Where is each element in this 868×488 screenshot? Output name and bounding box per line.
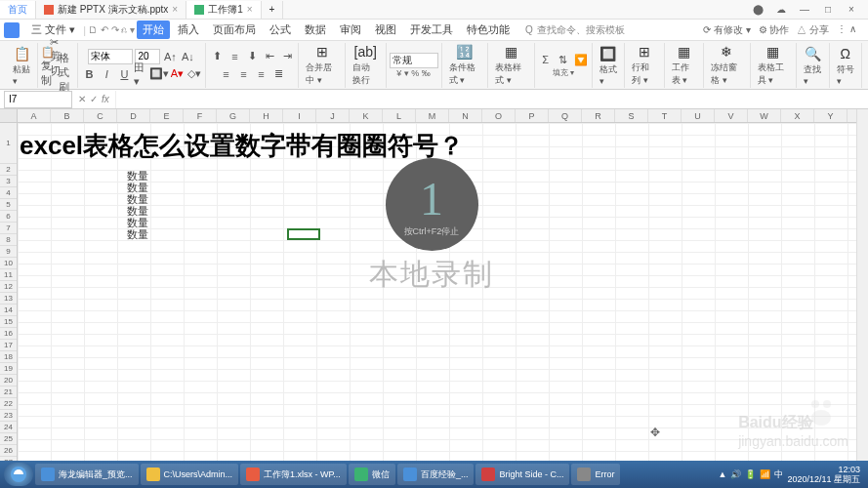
sync-status[interactable]: ⟳ 有修改 ▾ <box>703 23 751 37</box>
tab-pptx[interactable]: 新建 PPTX 演示文稿.pptx × <box>36 1 186 19</box>
tab-workbook[interactable]: 工作簿1 × <box>186 1 261 19</box>
increase-font-button[interactable]: A↑ <box>162 49 178 64</box>
format-painter-button[interactable]: 格式刷 <box>59 65 74 81</box>
justify-button[interactable]: ≣ <box>270 66 286 82</box>
row-head[interactable]: 13 <box>0 293 17 305</box>
taskbar-item[interactable]: C:\Users\Admin... <box>141 464 239 485</box>
menu-layout[interactable]: 页面布局 <box>207 20 262 39</box>
row-head[interactable]: 11 <box>0 269 17 281</box>
col-head[interactable]: I <box>283 109 316 122</box>
taskbar-item[interactable]: 微信 <box>349 464 395 485</box>
new-tab-button[interactable]: + <box>262 1 284 19</box>
copy-button[interactable]: 📋 复制 ▾ <box>41 65 57 81</box>
row-head[interactable]: 3 <box>0 176 17 187</box>
col-head[interactable]: Q <box>549 109 582 122</box>
col-head[interactable]: B <box>51 109 84 122</box>
align-right-button[interactable]: ≡ <box>253 66 269 82</box>
fill-button[interactable]: 填充 ▾ <box>553 67 574 78</box>
side-panel[interactable] <box>856 109 868 470</box>
col-head[interactable]: M <box>416 109 449 122</box>
row-head[interactable]: 16 <box>0 328 17 340</box>
col-head[interactable]: W <box>748 109 781 122</box>
row-head[interactable]: 26 <box>0 445 17 457</box>
row-head[interactable]: 9 <box>0 246 17 258</box>
merge-button[interactable]: ⊞合并居中 ▾ <box>302 41 342 89</box>
col-head[interactable]: E <box>150 109 184 122</box>
align-bottom-button[interactable]: ⬇ <box>244 49 260 64</box>
indent-right-button[interactable]: ⇥ <box>279 49 295 64</box>
symbol-button[interactable]: Ω符号 ▾ <box>833 43 858 88</box>
menu-start[interactable]: 开始 <box>137 20 170 39</box>
menu-formula[interactable]: 公式 <box>264 20 297 39</box>
worksheet-button[interactable]: ▦工作表 ▾ <box>668 41 700 89</box>
indent-left-button[interactable]: ⇤ <box>262 49 277 64</box>
start-button[interactable] <box>4 463 33 486</box>
border-button[interactable]: 田▾ <box>134 66 149 82</box>
bold-button[interactable]: B <box>81 66 97 82</box>
font-name-input[interactable] <box>88 49 133 64</box>
cond-format-button[interactable]: 🔢条件格式 ▾ <box>445 41 485 89</box>
row-head[interactable]: 15 <box>0 316 17 328</box>
currency-buttons[interactable]: ¥ ▾ % ‰ <box>396 68 431 78</box>
row-head[interactable]: 23 <box>0 410 17 422</box>
tab-home[interactable]: 首页 <box>0 1 36 19</box>
menu-review[interactable]: 审阅 <box>334 20 367 39</box>
cancel-icon[interactable]: ✕ <box>78 94 86 104</box>
col-head[interactable]: A <box>18 109 51 122</box>
row-head[interactable]: 25 <box>0 433 17 445</box>
taskbar-item[interactable]: 工作簿1.xlsx - WP... <box>240 464 347 485</box>
taskbar-item[interactable]: Error <box>571 464 620 485</box>
format-button[interactable]: 🔲格式 ▾ <box>596 43 621 88</box>
sum-button[interactable]: Σ <box>538 52 554 67</box>
fill-color-button[interactable]: 🔲▾ <box>151 66 167 82</box>
find-button[interactable]: 🔍查找 ▾ <box>800 43 825 88</box>
col-head[interactable]: P <box>516 109 549 122</box>
taskbar-item[interactable]: Bright Side - C... <box>475 464 569 485</box>
search-box[interactable]: Q 查找命令、搜索模板 <box>525 23 625 37</box>
font-color-button[interactable]: A▾ <box>169 66 185 82</box>
align-top-button[interactable]: ⬆ <box>209 49 225 64</box>
menu-view[interactable]: 视图 <box>369 20 402 39</box>
wrap-button[interactable]: [ab]自动换行 <box>349 41 383 89</box>
row-head[interactable]: 4 <box>0 187 17 199</box>
row-head[interactable]: 10 <box>0 258 17 269</box>
decrease-font-button[interactable]: A↓ <box>180 49 195 64</box>
paste-button[interactable]: 📋粘贴 ▾ <box>9 43 34 88</box>
col-head[interactable]: C <box>84 109 117 122</box>
tray-icon[interactable]: 📶 <box>760 469 770 479</box>
minimize-button[interactable]: — <box>796 1 813 19</box>
row-head[interactable]: 19 <box>0 363 17 375</box>
name-box[interactable] <box>4 91 72 108</box>
row-head[interactable]: 5 <box>0 199 17 211</box>
row-head[interactable]: 8 <box>0 234 17 246</box>
underline-button[interactable]: U <box>116 66 132 82</box>
col-head[interactable]: J <box>316 109 350 122</box>
col-head[interactable]: V <box>715 109 748 122</box>
row-head[interactable]: 24 <box>0 422 17 433</box>
row-col-button[interactable]: ⊞行和列 ▾ <box>628 41 660 89</box>
row-head[interactable]: 12 <box>0 281 17 293</box>
highlight-button[interactable]: ◇▾ <box>186 66 202 82</box>
col-head[interactable]: T <box>648 109 682 122</box>
active-cell[interactable] <box>287 228 320 240</box>
row-head[interactable]: 21 <box>0 386 17 398</box>
more-button[interactable]: ⋮ ∧ <box>837 23 856 37</box>
row-head[interactable]: 20 <box>0 375 17 386</box>
tray-icon[interactable]: 🔋 <box>745 469 756 479</box>
taskbar-item[interactable]: 海龙编辑器_预览... <box>35 464 139 485</box>
row-head[interactable]: 18 <box>0 351 17 363</box>
table-style-button[interactable]: ▦表格样式 ▾ <box>491 41 531 89</box>
close-icon[interactable]: × <box>172 4 178 15</box>
col-head[interactable]: F <box>184 109 217 122</box>
menu-features[interactable]: 特色功能 <box>461 20 516 39</box>
italic-button[interactable]: I <box>99 66 114 82</box>
align-left-button[interactable]: ≡ <box>218 66 233 82</box>
col-head[interactable]: G <box>217 109 250 122</box>
coop-button[interactable]: ⚙ 协作 <box>759 23 790 37</box>
tray-icon[interactable]: 🔊 <box>730 469 741 479</box>
share-button[interactable]: △ 分享 <box>797 23 829 37</box>
col-head[interactable]: X <box>781 109 814 122</box>
row-head[interactable]: 6 <box>0 211 17 223</box>
sort-button[interactable]: ⇅ <box>556 52 571 67</box>
align-middle-button[interactable]: ≡ <box>227 49 242 64</box>
